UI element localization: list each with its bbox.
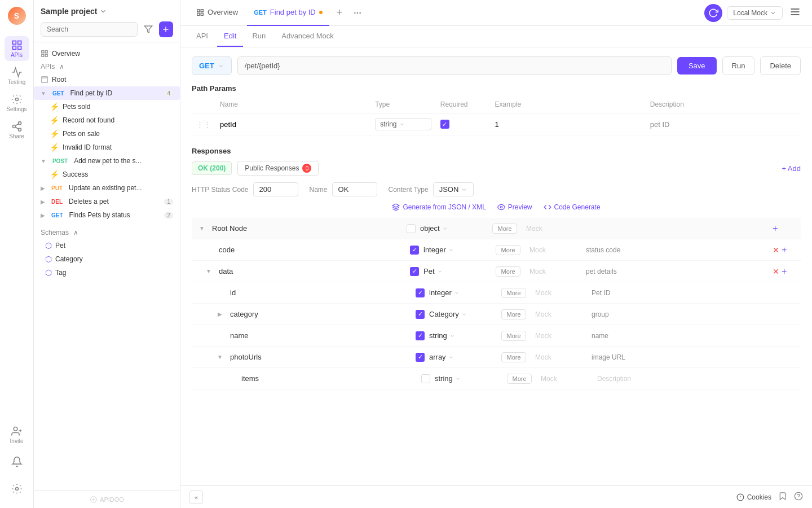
filter-button[interactable]	[141, 21, 156, 37]
add-tab-button[interactable]: +	[332, 5, 347, 21]
type-category[interactable]: Category	[429, 310, 497, 318]
example-input[interactable]	[495, 120, 590, 129]
required-checkbox[interactable]	[440, 120, 449, 129]
tab-overview[interactable]: Overview	[189, 0, 245, 26]
expand-category[interactable]: ▶	[214, 311, 226, 317]
schema-pet[interactable]: ⬡ Pet	[34, 239, 180, 252]
tree-child-success[interactable]: ⚡ Success	[34, 168, 180, 181]
tab-active-endpoint[interactable]: GET Find pet by ID	[247, 0, 329, 26]
delete-code[interactable]: ✕	[773, 246, 779, 255]
nav-apis[interactable]: APIs	[5, 36, 29, 61]
type-name[interactable]: string	[429, 331, 497, 340]
help-icon[interactable]	[794, 492, 803, 502]
nav-share[interactable]: Share	[5, 117, 29, 142]
check-code[interactable]	[410, 246, 419, 255]
content-type-select[interactable]: JSON	[433, 182, 474, 196]
gear-icon[interactable]	[5, 476, 29, 501]
run-button[interactable]: Run	[722, 56, 755, 75]
type-code[interactable]: integer	[423, 246, 491, 254]
tree-child-record-not-found[interactable]: ⚡ Record not found	[34, 113, 180, 127]
schema-category[interactable]: ⬡ Category	[34, 252, 180, 266]
tab-advanced-mock[interactable]: Advanced Mock	[275, 26, 341, 47]
tab-edit[interactable]: Edit	[217, 26, 243, 47]
check-photourls[interactable]	[416, 353, 425, 362]
preview-link[interactable]: Preview	[497, 203, 532, 211]
expand-data[interactable]: ▼	[203, 268, 214, 274]
notifications-icon[interactable]	[5, 449, 29, 474]
more-data[interactable]: More	[496, 266, 520, 277]
description-input[interactable]	[650, 120, 745, 129]
svg-point-10	[14, 427, 17, 431]
tree-get-findsbystatus[interactable]: ▶ GET Finds Pets by status 2	[34, 208, 180, 222]
ok-badge[interactable]: OK (200)	[192, 161, 232, 175]
nav-testing[interactable]: Testing	[5, 63, 29, 88]
type-data[interactable]: Pet	[423, 267, 491, 275]
nav-settings[interactable]: Settings	[5, 90, 29, 115]
more-items[interactable]: More	[507, 374, 531, 384]
more-photourls[interactable]: More	[501, 352, 526, 362]
svg-point-13	[15, 488, 18, 491]
svg-rect-19	[42, 54, 44, 56]
type-rootnode[interactable]: object	[420, 224, 488, 233]
user-avatar[interactable]: S	[8, 7, 26, 25]
project-title[interactable]: Sample project	[41, 7, 173, 16]
check-category[interactable]	[416, 310, 425, 319]
tab-run[interactable]: Run	[245, 26, 272, 47]
http-status-input[interactable]	[253, 182, 298, 196]
tree-child-pets-on-sale[interactable]: ⚡ Pets on sale	[34, 127, 180, 141]
search-input[interactable]	[41, 22, 138, 37]
nav-invite[interactable]: Invite	[5, 422, 29, 447]
type-select[interactable]: string	[375, 118, 431, 130]
add-rootnode[interactable]: +	[773, 224, 778, 234]
name-input[interactable]	[332, 182, 377, 196]
param-name-input[interactable]	[220, 120, 315, 129]
type-photourls[interactable]: array	[429, 353, 497, 361]
env-selector[interactable]: Local Mock	[727, 6, 783, 20]
expand-photourls[interactable]: ▼	[214, 354, 226, 360]
tree-post-addpet[interactable]: ▼ POST Add new pet to the s...	[34, 154, 180, 168]
more-rootnode[interactable]: More	[492, 224, 517, 234]
tree-get-findpet[interactable]: ▼ GET Find pet by ID 4	[34, 86, 180, 100]
generate-json-link[interactable]: Generate from JSON / XML	[392, 203, 486, 211]
collapse-button[interactable]: «	[189, 491, 203, 504]
check-name[interactable]	[416, 331, 425, 340]
tree-del-deletepet[interactable]: ▶ DEL Deletes a pet 1	[34, 195, 180, 208]
expand-rootnode[interactable]: ▼	[196, 225, 208, 231]
add-data[interactable]: +	[782, 266, 787, 277]
tree-root[interactable]: Root	[34, 73, 180, 86]
delete-data[interactable]: ✕	[773, 267, 779, 276]
drag-handle[interactable]: ⋮⋮	[196, 120, 211, 129]
check-data[interactable]	[410, 267, 419, 276]
check-id[interactable]	[416, 288, 425, 297]
tree-overview[interactable]: Overview	[34, 47, 180, 60]
delete-button[interactable]: Delete	[760, 56, 801, 75]
tree-child-invalid-id[interactable]: ⚡ Invalid ID format	[34, 141, 180, 154]
more-id[interactable]: More	[501, 288, 526, 298]
menu-button[interactable]	[787, 4, 803, 21]
method-select[interactable]: GET	[192, 56, 232, 75]
add-response-link[interactable]: + Add	[782, 164, 801, 173]
more-name[interactable]: More	[501, 331, 526, 341]
type-items[interactable]: string	[435, 374, 502, 383]
svg-rect-23	[201, 9, 203, 11]
cookies-button[interactable]: Cookies	[736, 493, 771, 501]
sync-button[interactable]	[704, 4, 722, 22]
type-id[interactable]: integer	[429, 288, 497, 297]
url-input[interactable]	[237, 56, 672, 75]
tree-put-updatepet[interactable]: ▶ PUT Update an existing pet...	[34, 181, 180, 195]
more-tabs-button[interactable]	[350, 5, 365, 21]
tree-child-pets-sold[interactable]: ⚡ Pets sold	[34, 100, 180, 113]
public-responses-button[interactable]: Public Responses 0	[237, 161, 319, 176]
add-code[interactable]: +	[782, 245, 787, 255]
bookmark-icon[interactable]	[778, 492, 787, 502]
check-items[interactable]	[421, 374, 430, 383]
save-button[interactable]: Save	[677, 57, 717, 75]
add-button[interactable]	[159, 21, 174, 37]
code-generate-link[interactable]: Code Generate	[544, 203, 601, 211]
more-code[interactable]: More	[496, 245, 520, 255]
more-category[interactable]: More	[501, 309, 526, 319]
mock-items: Mock	[541, 375, 557, 383]
tab-api[interactable]: API	[189, 26, 215, 47]
check-rootnode[interactable]	[407, 224, 416, 233]
schema-tag[interactable]: ⬡ Tag	[34, 266, 180, 279]
